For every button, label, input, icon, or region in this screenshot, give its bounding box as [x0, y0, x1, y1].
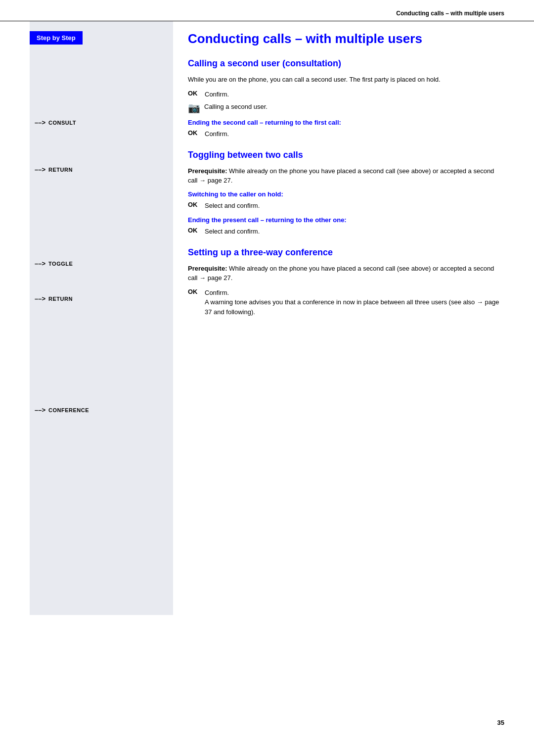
nav-label-conference: CONFERENCE [48, 407, 89, 413]
nav-item-toggle: ––> TOGGLE [30, 260, 163, 267]
step-row-consult: OK Confirm. [188, 90, 504, 99]
section-title-conference: Setting up a three-way conference [188, 247, 504, 258]
nav-item-consult: ––> CONSULT [30, 119, 163, 126]
step-ok-conference: OK [188, 288, 202, 295]
step-ok-consult: OK [188, 90, 202, 97]
step-desc-conference: Confirm.A warning tone advises you that … [205, 288, 504, 317]
step-desc-return1: Confirm. [205, 129, 229, 139]
step-row-phone-icon: 📷 Calling a second user. [188, 102, 504, 114]
step-by-step-badge: Step by Step [30, 31, 83, 45]
step-desc-toggle: Select and confirm. [205, 201, 260, 211]
step-ok-return2: OK [188, 227, 202, 234]
section-prereq-conference: Prerequisite: While already on the phone… [188, 264, 504, 283]
page-container: Conducting calls – with multiple users S… [0, 0, 534, 756]
sub-heading-ending-second: Ending the second call – returning to th… [188, 119, 504, 126]
nav-item-conference: ––> CONFERENCE [30, 406, 163, 414]
sub-heading-ending-present: Ending the present call – returning to t… [188, 216, 504, 224]
sub-heading-switching: Switching to the caller on hold: [188, 190, 504, 198]
nav-arrow-consult: ––> [35, 119, 45, 126]
nav-arrow-conference: ––> [35, 406, 45, 414]
section-intro-consultation: While you are on the phone, you can call… [188, 75, 504, 85]
main-content: Step by Step ––> CONSULT ––> RETURN ––> [0, 21, 534, 615]
nav-arrow-return1: ––> [35, 166, 45, 173]
nav-toggle-row: ––> TOGGLE [30, 260, 163, 267]
header-text: Conducting calls – with multiple users [396, 10, 504, 17]
step-desc-consult: Confirm. [205, 90, 229, 99]
step-ok-toggle: OK [188, 201, 202, 208]
page-header: Conducting calls – with multiple users [0, 0, 534, 21]
nav-label-return2: RETURN [48, 296, 73, 302]
step-row-conference: OK Confirm.A warning tone advises you th… [188, 288, 504, 317]
prereq-label-toggling: Prerequisite: [188, 167, 227, 175]
section-prereq-toggling: Prerequisite: While already on the phone… [188, 166, 504, 186]
nav-item-return1: ––> RETURN [30, 166, 163, 173]
step-row-toggle: OK Select and confirm. [188, 201, 504, 211]
left-sidebar: Step by Step ––> CONSULT ––> RETURN ––> [30, 21, 173, 615]
phone-icon: 📷 [188, 102, 200, 114]
right-content: Conducting calls – with multiple users C… [173, 21, 504, 615]
nav-label-toggle: TOGGLE [48, 261, 73, 267]
step-desc-calling: Calling a second user. [204, 102, 267, 112]
nav-arrow-toggle: ––> [35, 260, 45, 267]
section-title-consultation: Calling a second user (consultation) [188, 58, 504, 69]
prereq-label-conference: Prerequisite: [188, 265, 227, 272]
step-ok-return1: OK [188, 129, 202, 137]
step-row-return1: OK Confirm. [188, 129, 504, 139]
nav-arrow-return2: ––> [35, 295, 45, 302]
step-desc-return2: Select and confirm. [205, 227, 260, 236]
page-number: 35 [497, 719, 504, 726]
nav-return2-row: ––> RETURN [30, 295, 163, 302]
nav-return1-row: ––> RETURN [30, 166, 163, 173]
nav-item-return2: ––> RETURN [30, 295, 163, 302]
prereq-text-toggling: While already on the phone you have plac… [188, 167, 494, 185]
nav-label-consult: CONSULT [48, 120, 76, 126]
nav-conference-row: ––> CONFERENCE [30, 406, 163, 414]
nav-consult-row: ––> CONSULT [30, 119, 163, 126]
main-title: Conducting calls – with multiple users [188, 31, 504, 47]
nav-label-return1: RETURN [48, 167, 73, 173]
step-row-return2: OK Select and confirm. [188, 227, 504, 236]
section-title-toggling: Toggling between two calls [188, 150, 504, 160]
prereq-text-conference: While already on the phone you have plac… [188, 265, 494, 282]
